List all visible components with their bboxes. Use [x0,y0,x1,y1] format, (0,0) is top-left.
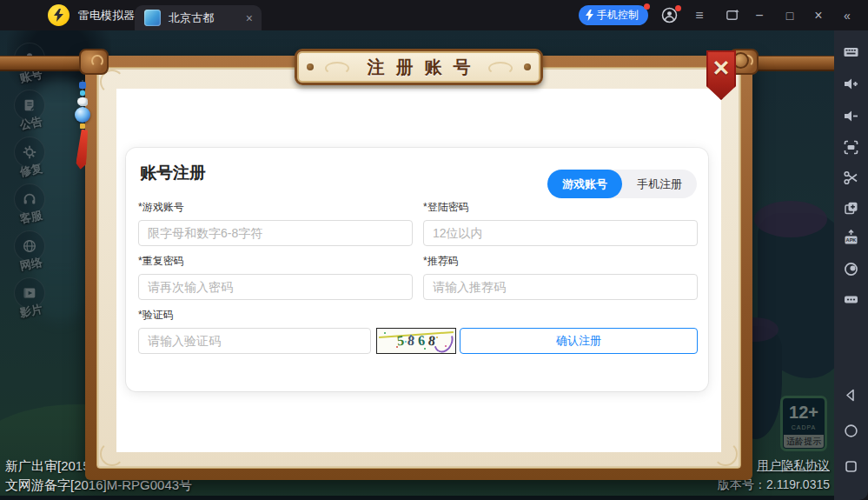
referral-code-input[interactable] [423,274,698,300]
emulator-window: 雷电模拟器 北京古都 × 手机控制 ≡ − □ × « [0,0,868,500]
keyboard-icon[interactable] [834,42,868,61]
recents-icon[interactable] [834,457,868,476]
titlebar: 雷电模拟器 北京古都 × 手机控制 ≡ − □ × « [0,0,868,30]
close-icon: ✕ [712,50,731,100]
apk-text: APK [846,237,857,243]
dialog-title: 注册账号 [356,56,482,79]
captcha-image[interactable]: 5 8 6 8 [376,328,456,354]
cloud-ornament [325,62,349,75]
close-window-button[interactable]: × [808,0,829,30]
frame-corner-ornament [79,49,109,75]
apk-install-icon[interactable]: APK [834,228,868,247]
tab-game-account[interactable]: 游戏账号 [547,170,622,198]
ldplayer-logo-icon [48,4,70,26]
tab-phone-register[interactable]: 手机注册 [622,170,697,198]
pendant-ornament [71,80,94,193]
minimize-button[interactable]: − [749,0,770,30]
privacy-policy-link[interactable]: 用户隐私协议 [757,458,830,474]
captcha-digit: 6 [417,333,426,350]
field-repeat-password: *重复密码 [138,254,413,300]
field-label: *重复密码 [138,254,413,269]
lightning-icon [586,10,593,21]
tab-beijing-gudu[interactable]: 北京古都 × [135,5,262,30]
bottom-edge [0,496,834,500]
field-login-password: *登陆密码 [423,200,698,246]
repeat-password-input[interactable] [138,274,413,300]
plaque-dot [524,63,531,70]
field-label: *登陆密码 [423,200,698,215]
register-type-toggle: 游戏账号 手机注册 [547,170,697,198]
plaque-dot [307,63,314,70]
register-card: 账号注册 游戏账号 手机注册 *游戏账号 *登陆密码 *重复密码 *推荐码 [126,148,708,391]
emulator-toolbar: APK [834,30,868,500]
maximize-button[interactable]: □ [779,0,800,30]
field-label: *推荐码 [423,254,698,269]
card-heading: 账号注册 [140,162,206,184]
login-password-input[interactable] [423,220,698,246]
field-label: *游戏账号 [138,200,413,215]
scissors-icon[interactable] [834,168,868,187]
tab-close-icon[interactable]: × [246,11,253,25]
volume-down-icon[interactable] [834,106,868,125]
home-icon[interactable] [834,421,868,440]
game-viewport: 账号 公告 修复 客服 [0,30,834,500]
dialog-title-plaque: 注册账号 [295,49,543,85]
notification-dot [644,3,650,10]
cloud-ornament [488,62,513,75]
captcha-input[interactable] [138,328,371,354]
game-app-icon [144,10,161,26]
fullscreen-icon[interactable] [834,137,868,157]
confirm-register-button[interactable]: 确认注册 [460,328,698,354]
field-label: *验证码 [138,308,371,323]
field-captcha: *验证码 [138,308,371,354]
user-account-icon[interactable] [659,0,679,30]
back-icon[interactable] [834,385,868,404]
multi-window-icon[interactable] [834,198,868,217]
phone-control-button[interactable]: 手机控制 [579,5,648,25]
shake-icon[interactable] [834,259,868,278]
collapse-sidebar-button[interactable]: « [837,0,858,30]
field-referral-code: *推荐码 [423,254,698,300]
menu-icon[interactable]: ≡ [689,0,710,30]
app-name: 雷电模拟器 [78,0,135,30]
captcha-digit: 8 [407,333,415,350]
tab-title: 北京古都 [169,10,246,26]
more-icon[interactable] [834,290,868,309]
notification-dot [675,5,681,11]
rotate-screen-icon[interactable] [721,0,742,30]
game-account-input[interactable] [138,220,413,246]
field-game-account: *游戏账号 [138,200,413,246]
phone-control-label: 手机控制 [597,8,639,23]
volume-up-icon[interactable] [834,74,868,93]
captcha-noise [384,332,386,334]
